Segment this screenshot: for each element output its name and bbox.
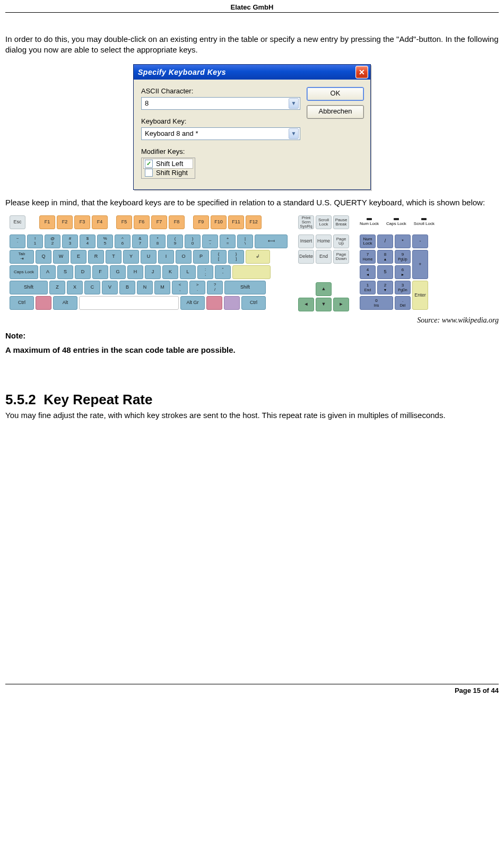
key-f: F: [92, 265, 108, 279]
key-num-10: )0: [185, 234, 201, 248]
checkbox-empty-icon: [145, 169, 153, 177]
key-f9: F9: [193, 215, 209, 229]
key-e: E: [71, 250, 86, 264]
key-p: P: [193, 250, 209, 264]
header-rule: [5, 12, 499, 13]
keyboard-key-value: Keyboard 8 and *: [145, 129, 198, 137]
key-ctrl-left: Ctrl: [10, 296, 34, 310]
key-w: W: [53, 250, 69, 264]
key-q: Q: [36, 250, 51, 264]
key-x: X: [67, 281, 83, 294]
key-insert: Insert: [298, 234, 314, 248]
key-num-3: #3: [62, 234, 78, 248]
np-3: 3PgDn: [395, 281, 411, 294]
np-add: +: [412, 250, 428, 279]
key-enter: [232, 265, 271, 279]
key-f10: F10: [211, 215, 227, 229]
key-num-12: +=: [220, 234, 236, 248]
key-delete: Delete: [298, 250, 314, 264]
section-title: Key Repeat Rate: [44, 392, 152, 407]
note-text: A maximum of 48 entries in the scan code…: [5, 345, 499, 354]
section-body: You may fine adjust the rate, with which…: [5, 410, 499, 421]
key-num-1: !1: [27, 234, 43, 248]
key-d: D: [75, 265, 91, 279]
page-footer: Page 15 of 44: [5, 684, 499, 694]
key-slock: Scroll Lock: [316, 215, 332, 229]
key-win-right: [206, 296, 222, 310]
key-pgdn: Page Down: [333, 250, 349, 264]
key-y: Y: [123, 250, 139, 264]
key-f1: F1: [39, 215, 55, 229]
np-dot: .Del: [395, 296, 411, 310]
shift-left-option[interactable]: ✓ Shift Left: [144, 159, 193, 168]
ascii-value: 8: [145, 99, 149, 107]
key-num-0: ~`: [10, 234, 25, 248]
checkbox-checked-icon: ✓: [145, 160, 153, 168]
scrolllock-led: Scroll Lock: [414, 218, 435, 226]
key-arrow-down: ▼: [316, 298, 332, 311]
key-space: [79, 296, 179, 310]
key-f4: F4: [92, 215, 108, 229]
key-esc: Esc: [10, 215, 25, 229]
key-v: V: [102, 281, 118, 294]
key-num-4: $4: [80, 234, 95, 248]
modifier-keys-label: Modifier Keys:: [141, 147, 300, 155]
key-punct-0: :;: [197, 265, 213, 279]
key-punct2-2: ?/: [207, 281, 223, 294]
np-9: 9PgUp: [395, 250, 411, 264]
np-7: 7Home: [360, 250, 376, 264]
key-bracket-1: }]: [228, 250, 244, 264]
key-pause: Pause Break: [333, 215, 349, 229]
specify-keys-dialog: Specify Keyboard Keys ✕ ASCII Character:…: [133, 64, 371, 190]
key-pgup: Page Up: [333, 234, 349, 248]
key-f11: F11: [228, 215, 244, 229]
key-num-13: |\: [237, 234, 253, 248]
key-num-2: @2: [45, 234, 60, 248]
close-icon[interactable]: ✕: [355, 66, 368, 79]
key-end: End: [316, 250, 332, 264]
key-win-left: [36, 296, 51, 310]
keyboard-key-combo[interactable]: Keyboard 8 and * ▼: [141, 127, 300, 140]
chevron-down-icon[interactable]: ▼: [289, 98, 299, 109]
key-menu: [224, 296, 240, 310]
cancel-button[interactable]: Abbrechen: [307, 105, 364, 119]
key-z: Z: [49, 281, 65, 294]
ascii-combo[interactable]: 8 ▼: [141, 97, 300, 110]
key-tab: Tab⇥: [10, 250, 34, 264]
image-source: Source: www.wikipedia.org: [5, 316, 499, 325]
key-b: B: [119, 281, 135, 294]
note-label: Note:: [5, 331, 499, 340]
capslock-led: Caps Lock: [386, 218, 406, 226]
chevron-down-icon[interactable]: ▼: [289, 128, 299, 139]
key-num-8: *8: [150, 234, 166, 248]
shift-right-option[interactable]: Shift Right: [144, 168, 193, 177]
key-i: I: [158, 250, 174, 264]
key-s: S: [57, 265, 73, 279]
key-num-7: &7: [132, 234, 148, 248]
keyboard-key-label: Keyboard Key:: [141, 117, 300, 125]
key-shift-left: Shift: [10, 281, 48, 294]
key-arrow-up: ▲: [316, 282, 332, 296]
key-prtsc: Print Scrn SysRq: [298, 215, 314, 229]
section-number: 5.5.2: [5, 392, 36, 407]
key-f12: F12: [246, 215, 262, 229]
shift-left-label: Shift Left: [156, 160, 183, 168]
key-enter-top: ↲: [246, 250, 270, 264]
key-j: J: [145, 265, 161, 279]
key-arrow-right: ►: [333, 298, 349, 311]
np-enter: Enter: [412, 281, 428, 310]
key-num-11: _-: [202, 234, 218, 248]
key-f2: F2: [57, 215, 73, 229]
modifier-keys-box: ✓ Shift Left Shift Right: [141, 158, 195, 179]
ok-button[interactable]: OK: [307, 87, 364, 101]
intro-paragraph: In order to do this, you may double-clic…: [5, 34, 499, 56]
key-bracket-0: {[: [211, 250, 227, 264]
key-f5: F5: [116, 215, 132, 229]
key-k: K: [162, 265, 178, 279]
section-heading: 5.5.2 Key Repeat Rate: [5, 392, 499, 408]
key-altgr: Alt Gr: [180, 296, 205, 310]
key-punct2-1: >.: [189, 281, 205, 294]
key-alt-left: Alt: [53, 296, 77, 310]
numlock-led: Num Lock: [360, 218, 379, 226]
shift-right-label: Shift Right: [156, 169, 188, 177]
